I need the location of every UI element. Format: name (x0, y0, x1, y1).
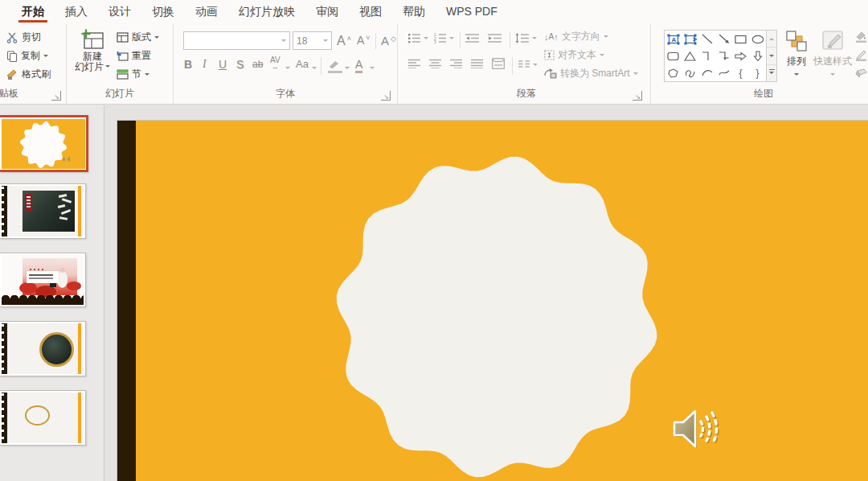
shape-arrow[interactable] (715, 31, 732, 47)
arrange-button[interactable]: 排列 (782, 30, 811, 78)
gallery-scroll-up[interactable] (767, 31, 776, 47)
paragraph-dialog-launcher[interactable] (633, 91, 642, 101)
change-case-button[interactable]: Aa (296, 58, 309, 70)
shape-triangle[interactable] (682, 47, 698, 64)
highlight-button[interactable] (328, 58, 342, 71)
gallery-scroll-down[interactable] (767, 47, 776, 64)
align-left-button[interactable] (408, 59, 420, 68)
numbering-button[interactable]: 123 (434, 33, 454, 43)
align-right-button[interactable] (450, 59, 462, 68)
shape-freeform[interactable] (665, 64, 682, 81)
shape-gallery: A A { } (664, 30, 767, 82)
shape-gallery-scrollbar (767, 30, 777, 82)
bullets-button[interactable] (408, 33, 428, 43)
decrease-indent-button[interactable] (465, 33, 479, 43)
copy-dropdown-caret (43, 55, 48, 60)
shape-right-brace[interactable]: } (749, 64, 766, 81)
tab-animations[interactable]: 动画 (185, 0, 228, 24)
cut-button[interactable]: 剪切 (6, 31, 41, 44)
shape-fill-button[interactable] (854, 31, 868, 43)
shape-line[interactable] (698, 31, 715, 47)
tab-slideshow[interactable]: 幻灯片放映 (228, 0, 305, 24)
bullets-caret (424, 37, 428, 42)
slide-thumbnail-4[interactable] (0, 321, 86, 376)
reset-button[interactable]: 重置 (117, 49, 151, 63)
tab-transitions[interactable]: 切换 (141, 0, 185, 24)
clear-formatting-button[interactable]: A◇ (381, 34, 396, 47)
shape-elbow-connector[interactable] (698, 47, 715, 64)
shape-text-box[interactable]: A (665, 31, 682, 47)
underline-button[interactable]: U (219, 58, 227, 71)
shrink-font-button[interactable]: A˅ (357, 34, 371, 47)
align-center-button[interactable] (429, 59, 441, 68)
shape-curve[interactable] (715, 64, 732, 81)
font-size-combobox[interactable]: 18 (293, 31, 332, 50)
tab-design[interactable]: 设计 (98, 0, 141, 24)
slide-editor-area[interactable] (105, 105, 868, 481)
bold-button[interactable]: B (184, 58, 192, 71)
increase-indent-button[interactable] (488, 33, 502, 43)
ribbon: 剪切 复制 格式刷 剪贴板 (0, 24, 868, 105)
shape-block-arrow-right[interactable] (732, 47, 749, 64)
scalloped-circle-shape[interactable] (328, 148, 665, 481)
tab-review[interactable]: 审阅 (305, 0, 349, 24)
font-color-button[interactable]: A (355, 58, 362, 71)
shape-block-arrow-down[interactable] (749, 47, 766, 64)
smartart-icon (544, 68, 557, 79)
section-button[interactable]: 节 (117, 68, 149, 81)
line-spacing-button[interactable] (515, 33, 537, 43)
character-spacing-button[interactable]: AV↔ (270, 57, 280, 70)
thumb4-filmstrip (2, 323, 7, 374)
case-caret (312, 67, 317, 72)
thumb5-gold-ring-shape (25, 405, 50, 426)
font-name-combobox[interactable] (183, 31, 290, 50)
shape-scribble[interactable] (682, 64, 698, 81)
shape-vertical-text-box[interactable]: A (682, 31, 698, 47)
columns-button[interactable] (518, 60, 538, 68)
clipboard-dialog-launcher[interactable] (51, 91, 61, 101)
shape-oval[interactable] (749, 31, 766, 47)
new-slide-button[interactable]: 新建 幻灯片 (73, 29, 112, 72)
tab-help[interactable]: 帮助 (392, 0, 436, 24)
thumb1-audio-icon (63, 156, 69, 162)
slide-thumbnail-2[interactable] (0, 183, 86, 239)
svg-text:A: A (671, 36, 676, 43)
shape-outline-button[interactable] (854, 49, 868, 61)
align-text-button[interactable]: 对齐文本 (544, 48, 604, 62)
justify-button[interactable] (471, 59, 483, 68)
slide-thumbnail-1[interactable] (0, 115, 88, 172)
copy-button[interactable]: 复制 (6, 49, 48, 63)
italic-button[interactable]: I (203, 58, 207, 71)
slide-thumbnail-5[interactable] (0, 390, 86, 446)
thumb3-scalloped-band (2, 298, 84, 305)
shape-rounded-rectangle[interactable] (665, 47, 682, 64)
format-painter-label: 格式刷 (22, 68, 51, 81)
shape-rectangle[interactable] (732, 31, 749, 47)
quick-styles-button[interactable]: 快速样式 (812, 30, 854, 78)
grow-font-button[interactable]: A˄ (337, 34, 351, 48)
slide-thumbnail-3[interactable] (0, 253, 86, 307)
shadow-button[interactable]: S (236, 58, 244, 71)
copy-icon (6, 51, 18, 62)
group-clipboard: 剪切 复制 格式刷 剪贴板 (0, 24, 67, 104)
format-painter-button[interactable]: 格式刷 (6, 68, 51, 81)
current-slide-canvas[interactable] (117, 121, 868, 481)
shape-effects-button[interactable] (854, 68, 868, 79)
tab-wps-pdf[interactable]: WPS PDF (436, 0, 508, 24)
layout-button[interactable]: 版式 (117, 31, 159, 44)
tab-view[interactable]: 视图 (349, 0, 392, 24)
gallery-more-button[interactable] (767, 65, 776, 81)
convert-smartart-button[interactable]: 转换为 SmartArt (544, 67, 638, 80)
tab-insert[interactable]: 插入 (55, 0, 98, 24)
thumb2-accent-strip (78, 186, 81, 236)
shape-left-brace[interactable]: { (732, 64, 749, 81)
font-colorbar (355, 71, 362, 73)
text-direction-button[interactable]: ↓A↑ 文字方向 (544, 30, 608, 43)
shape-arc[interactable] (698, 64, 715, 81)
distribute-button[interactable] (492, 58, 505, 69)
thumb2-filmstrip (2, 186, 7, 236)
shape-elbow-arrow-connector[interactable] (715, 47, 732, 64)
tab-home[interactable]: 开始 (11, 0, 55, 24)
strikethrough-button[interactable]: ab (252, 59, 263, 70)
audio-speaker-icon[interactable] (669, 402, 721, 455)
